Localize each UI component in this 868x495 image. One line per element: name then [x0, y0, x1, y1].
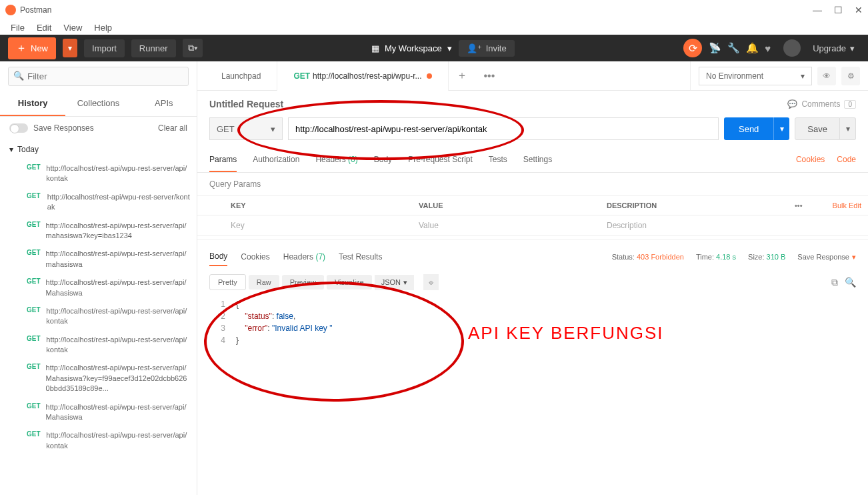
invite-button[interactable]: 👤⁺ Invite: [459, 40, 515, 57]
rtab-params[interactable]: Params: [209, 148, 237, 172]
history-url: http://localhost/rest-api/wpu-rest-serve…: [46, 335, 190, 356]
query-params-title: Query Params: [197, 173, 868, 195]
menu-help[interactable]: Help: [89, 21, 117, 34]
th-value: VALUE: [412, 196, 600, 215]
url-input[interactable]: [288, 117, 719, 140]
bulk-edit-link[interactable]: Bulk Edit: [815, 196, 868, 215]
comments-button[interactable]: 💬 Comments 0: [787, 99, 856, 109]
save-dropdown[interactable]: ▾: [840, 117, 856, 140]
grid-icon: ▦: [371, 43, 379, 53]
history-url: http://localhost/rest-api/wpu-rest-serve…: [46, 402, 190, 423]
sync-icon[interactable]: ⟳: [683, 39, 702, 57]
th-more[interactable]: •••: [788, 196, 815, 215]
response-tabs: Body Cookies Headers (7) Test Results St…: [197, 239, 868, 269]
main: 🔍 History Collections APIs Save Response…: [0, 61, 868, 495]
send-button[interactable]: Send: [724, 117, 773, 140]
history-item[interactable]: GEThttp://localhost/rest-api/wpu-rest-se…: [0, 398, 197, 427]
toolbar: ＋New ▾ Import Runner ⧉▾ ▦ My Workspace ▾…: [0, 35, 868, 61]
tab-add-button[interactable]: ＋: [449, 69, 475, 83]
history-group-today[interactable]: ▾ Today: [0, 139, 197, 159]
clear-all-link[interactable]: Clear all: [158, 123, 187, 133]
env-preview-icon[interactable]: 👁: [817, 67, 836, 85]
method-select[interactable]: GET▾: [209, 117, 283, 140]
tab-bar: Launchpad GET http://localhost/rest-api/…: [197, 61, 690, 90]
tab-collections[interactable]: Collections: [65, 91, 131, 116]
size-text: Size: 310 B: [748, 249, 785, 265]
history-url: http://localhost/rest-api/wpu-rest-serve…: [47, 192, 190, 213]
format-select[interactable]: JSON ▾: [375, 275, 414, 290]
top-row: Launchpad GET http://localhost/rest-api/…: [197, 61, 868, 91]
resp-tab-headers[interactable]: Headers (7): [283, 248, 325, 266]
resp-tab-cookies[interactable]: Cookies: [241, 248, 269, 266]
history-item[interactable]: GEThttp://localhost/rest-api/wpu-rest-se…: [0, 274, 197, 302]
close-icon[interactable]: ✕: [855, 5, 863, 15]
rtab-prerequest[interactable]: Pre-request Script: [408, 148, 473, 172]
view-visualize[interactable]: Visualize: [327, 275, 372, 290]
workspace-switcher[interactable]: ▦ My Workspace ▾: [371, 43, 452, 53]
history-url: http://localhost/rest-api/wpu-rest-serve…: [46, 430, 190, 451]
heart-icon[interactable]: ♥: [765, 43, 777, 54]
param-key-input[interactable]: Key: [224, 215, 412, 235]
tab-more-button[interactable]: •••: [475, 70, 503, 82]
open-new-button[interactable]: ⧉▾: [183, 39, 203, 57]
save-responses-toggle[interactable]: [9, 123, 28, 133]
history-item[interactable]: GEThttp://localhost/rest-api/wpu-rest-se…: [0, 331, 197, 360]
save-response-button[interactable]: Save Response ▾: [797, 245, 856, 269]
history-method: GET: [27, 163, 41, 184]
wrap-icon[interactable]: ⟐: [423, 274, 439, 290]
tab-history[interactable]: History: [0, 91, 65, 116]
view-preview[interactable]: Preview: [282, 275, 324, 290]
request-title: Untitled Request: [209, 99, 283, 109]
history-item[interactable]: GEThttp://localhost/rest-api/wpu-rest-se…: [0, 359, 197, 398]
rtab-body[interactable]: Body: [374, 148, 392, 172]
upgrade-button[interactable]: Upgrade▾: [807, 41, 860, 56]
import-button[interactable]: Import: [84, 39, 125, 57]
save-button[interactable]: Save: [795, 117, 840, 140]
menubar: File Edit View Help: [0, 20, 868, 35]
rtab-auth[interactable]: Authorization: [253, 148, 299, 172]
tab-request-active[interactable]: GET http://localhost/rest-api/wpu-r...: [277, 61, 449, 91]
history-list: ▾ Today GEThttp://localhost/rest-api/wpu…: [0, 139, 197, 495]
satellite-icon[interactable]: 📡: [709, 42, 721, 54]
runner-button[interactable]: Runner: [131, 39, 176, 57]
rtab-tests[interactable]: Tests: [489, 148, 507, 172]
resp-tab-body[interactable]: Body: [209, 248, 227, 266]
menu-file[interactable]: File: [5, 21, 30, 34]
minimize-icon[interactable]: —: [813, 5, 822, 15]
history-item[interactable]: GEThttp://localhost/rest-api/wpu-rest-se…: [0, 159, 197, 188]
menu-view[interactable]: View: [58, 21, 87, 34]
history-item[interactable]: GEThttp://localhost/rest-api/wpu-rest-se…: [0, 245, 197, 274]
tab-launchpad[interactable]: Launchpad: [205, 61, 277, 91]
wrench-icon[interactable]: 🔧: [727, 42, 739, 54]
history-method: GET: [27, 363, 41, 394]
history-item[interactable]: GEThttp://localhost/rest-api/wpu-rest-se…: [0, 217, 197, 245]
history-item[interactable]: GEThttp://localhost/rest-api/wpu-rest-se…: [0, 302, 197, 331]
new-button[interactable]: ＋New: [8, 37, 56, 59]
tab-apis[interactable]: APIs: [131, 91, 197, 116]
new-dropdown[interactable]: ▾: [63, 39, 77, 57]
param-value-input[interactable]: Value: [412, 215, 600, 235]
view-raw[interactable]: Raw: [249, 275, 279, 290]
history-item[interactable]: GEThttp://localhost/rest-api/wpu-rest-se…: [0, 188, 197, 217]
history-method: GET: [27, 430, 41, 451]
bell-icon[interactable]: 🔔: [746, 42, 758, 54]
view-pretty[interactable]: Pretty: [209, 274, 246, 290]
filter-input[interactable]: [8, 67, 189, 86]
unsaved-dot-icon: [427, 73, 432, 79]
resp-tab-testresults[interactable]: Test Results: [339, 248, 382, 266]
rtab-headers[interactable]: Headers (6): [315, 148, 357, 172]
param-desc-input[interactable]: Description: [600, 215, 788, 235]
maximize-icon[interactable]: ☐: [834, 5, 843, 15]
copy-icon[interactable]: ⧉: [831, 277, 838, 288]
send-dropdown[interactable]: ▾: [773, 117, 789, 140]
menu-edit[interactable]: Edit: [31, 21, 57, 34]
cookies-link[interactable]: Cookies: [796, 148, 825, 172]
settings-gear-icon[interactable]: ⚙: [841, 67, 860, 85]
avatar[interactable]: [783, 39, 801, 57]
code-link[interactable]: Code: [837, 148, 856, 172]
search-response-icon[interactable]: 🔍: [845, 277, 856, 288]
history-item[interactable]: GEThttp://localhost/rest-api/wpu-rest-se…: [0, 426, 197, 455]
chevron-down-icon: ▾: [447, 43, 452, 53]
rtab-settings[interactable]: Settings: [523, 148, 552, 172]
environment-select[interactable]: No Environment▾: [699, 67, 812, 85]
